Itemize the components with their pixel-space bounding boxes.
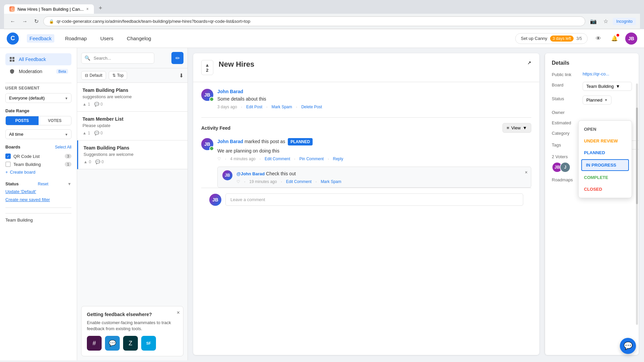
reply-author[interactable]: @John Barad (236, 171, 265, 176)
download-button[interactable]: ⬇ (179, 72, 183, 79)
status-closed-option[interactable]: CLOSED (579, 183, 632, 195)
view-button[interactable]: ≡ View ▼ (502, 123, 531, 133)
reply-btn-1[interactable]: Reply (333, 157, 343, 161)
board-checkbox-tb[interactable] (5, 162, 11, 167)
board-item-qr-code[interactable]: ✓ QR Code List 3 (5, 152, 71, 160)
url-text: qr-code-generator.canny.io/admin/feedbac… (57, 19, 250, 24)
sidebar-item-all-feedback[interactable]: All Feedback (5, 53, 71, 65)
search-input[interactable] (81, 53, 154, 64)
edit-comment-btn-reply[interactable]: Edit Comment (286, 179, 312, 184)
address-bar[interactable]: 🔒 qr-code-generator.canny.io/admin/feedb… (43, 16, 585, 26)
edit-comment-btn-1[interactable]: Edit Comment (265, 157, 290, 161)
user-segment-select[interactable]: Everyone (default) (5, 93, 71, 103)
popup-close-btn[interactable]: × (177, 310, 180, 316)
detail-scrollbar[interactable] (636, 83, 638, 325)
bookmark-icon[interactable]: ☆ (601, 17, 610, 26)
browser-menu-icon[interactable]: Incognito (613, 18, 636, 25)
browser-tab[interactable]: C New Hires | Team Building | Can... × (4, 4, 94, 14)
intercom-logo[interactable]: 💬 (105, 336, 120, 351)
back-button[interactable]: ← (8, 17, 17, 26)
new-post-button[interactable]: ✏ (171, 52, 183, 64)
slack-logo[interactable]: # (87, 336, 102, 351)
activity-author-1[interactable]: John Barad (217, 139, 243, 144)
status-reset-btn[interactable]: Reset (38, 182, 48, 186)
create-board-btn[interactable]: + Create board (5, 168, 71, 176)
create-filter-link[interactable]: Create new saved filter (5, 197, 50, 202)
board-dropdown-value: Team Building (586, 84, 614, 89)
vote-button[interactable]: ▲ 2 (201, 60, 213, 75)
forward-button[interactable]: → (20, 17, 30, 26)
board-name-tb: Team Building (13, 162, 41, 167)
status-filter-title: Status (5, 181, 19, 186)
nav-roadmap[interactable]: Roadmap (62, 34, 90, 43)
status-open-option[interactable]: OPEN (579, 123, 632, 135)
category-label: Category (552, 130, 579, 136)
sidebar-item-moderation[interactable]: Moderation Beta (5, 65, 71, 77)
status-complete-option[interactable]: COMPLETE (579, 172, 632, 183)
status-dropdown[interactable]: Planned ▼ (583, 96, 611, 105)
top-sort-btn[interactable]: ⇅ Top (109, 71, 127, 80)
user-avatar[interactable]: JB (625, 33, 637, 45)
post-detail-title: New Hires (219, 60, 254, 69)
status-under-review-option[interactable]: UNDER REVIEW (579, 135, 632, 147)
activity-title: Activity Feed (201, 125, 230, 131)
tab-favicon: C (9, 6, 15, 12)
reply-meta: ♡ · 19 minutes ago · Edit Comment · Mark… (236, 179, 341, 184)
expand-button[interactable]: ↗ (527, 60, 531, 65)
post-item-1[interactable]: Team Building Plans suggestions are welc… (77, 83, 187, 112)
status-in-progress-option[interactable]: IN PROGRESS (581, 159, 629, 171)
zendesk-logo[interactable]: Z (123, 336, 138, 351)
edit-post-btn[interactable]: Edit Post (246, 105, 262, 109)
avatar-badge-1 (209, 97, 214, 102)
post-item-2[interactable]: Team Member List Please update ▲ 1 💬 0 (77, 112, 187, 140)
mark-spam-btn-1[interactable]: Mark Spam (271, 105, 292, 109)
board-dropdown[interactable]: Team Building ▼ (583, 82, 632, 91)
salesforce-logo[interactable]: SF (141, 336, 156, 351)
comment-icon-3: 💬 (95, 160, 100, 164)
canny-logo[interactable]: C (7, 33, 19, 45)
app-header: C Feedback Roadmap Users Changelog Set u… (0, 29, 644, 48)
svg-rect-2 (10, 60, 12, 62)
post-detail-body: JB John Barad Some details about this 3 … (193, 82, 539, 355)
votes-toggle[interactable]: VOTES (39, 116, 71, 125)
notification-icon[interactable]: 🔔 (609, 33, 620, 44)
tab-close-btn[interactable]: × (86, 7, 89, 11)
mark-spam-reply[interactable]: Mark Spam (321, 179, 341, 184)
date-range-select[interactable]: All time (5, 129, 71, 139)
status-expand-icon[interactable]: ▼ (67, 182, 71, 186)
delete-post-btn[interactable]: Delete Post (301, 105, 322, 109)
board-checkbox-qr[interactable]: ✓ (5, 154, 11, 159)
nav-changelog[interactable]: Changelog (124, 34, 154, 43)
default-filter-btn[interactable]: ⊟ Default (81, 71, 106, 80)
comment-author-1[interactable]: John Barad (217, 89, 531, 94)
posts-list: Team Building Plans suggestions are welc… (77, 83, 187, 302)
nav-feedback[interactable]: Feedback (27, 34, 54, 43)
new-tab-button[interactable]: + (95, 3, 106, 14)
public-link-value[interactable]: https://qr-co... (583, 71, 632, 76)
leave-comment-section: JB Leave a comment (201, 188, 531, 211)
leave-comment-input[interactable]: Leave a comment (225, 193, 523, 206)
voter-avatar-2: J (560, 162, 571, 173)
nav-users[interactable]: Users (98, 34, 116, 43)
chat-bubble-btn[interactable]: 💬 (620, 338, 636, 354)
setup-canny-btn[interactable]: Set up Canny 3 days left 3/5 (515, 33, 588, 44)
post-item-3[interactable]: Team Building Plans Suggestions are welc… (77, 140, 187, 169)
vote-icon-1: ▲ (83, 102, 87, 107)
camera-off-icon[interactable]: 📷 (588, 17, 599, 26)
reply-close-btn[interactable]: × (525, 170, 528, 175)
heart-icon-reply[interactable]: ♡ (236, 179, 240, 184)
update-default-link[interactable]: Update 'Default' (5, 189, 71, 194)
comment-icon-2: 💬 (94, 131, 99, 135)
posts-toggle[interactable]: POSTS (6, 116, 39, 125)
refresh-button[interactable]: ↻ (32, 17, 41, 26)
setup-canny-label: Set up Canny (521, 36, 547, 41)
heart-icon-1[interactable]: ♡ (217, 157, 221, 161)
board-item-team-building[interactable]: Team Building 1 (5, 160, 71, 168)
search-icon: 🔍 (85, 55, 90, 61)
select-all-boards[interactable]: Select All (55, 145, 71, 149)
status-planned-option[interactable]: PLANNED (579, 147, 632, 159)
eye-icon[interactable]: 👁 (593, 33, 604, 44)
reply-avatar: JB (222, 170, 232, 180)
detail-scroll-thumb (636, 108, 638, 204)
pin-comment-btn-1[interactable]: Pin Comment (299, 157, 324, 161)
